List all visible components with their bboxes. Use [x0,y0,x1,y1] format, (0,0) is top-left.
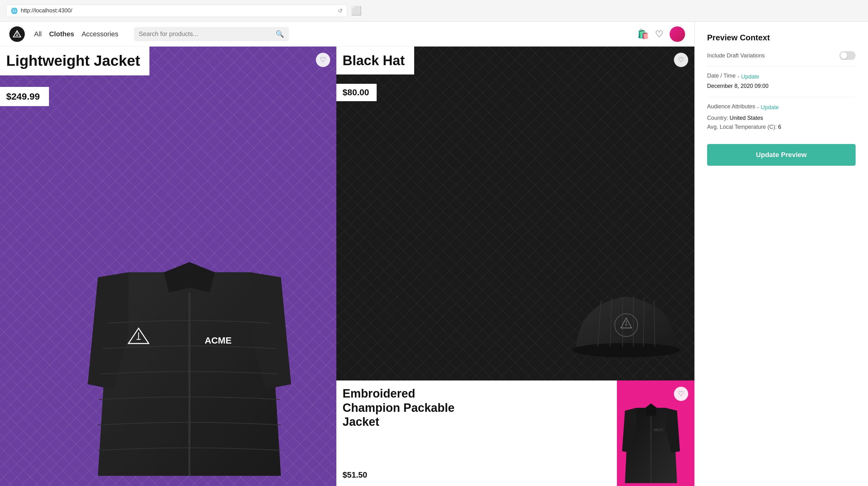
device-icon[interactable]: ⬜ [351,6,362,16]
search-icon[interactable]: 🔍 [276,30,284,38]
hat-wishlist-btn[interactable]: ♡ [674,53,688,67]
champion-jacket-svg: NEXT. [611,399,691,486]
hat-image [567,266,685,377]
draft-toggle[interactable] [839,51,856,60]
heart-icon-champion: ♡ [678,390,684,398]
champion-title: Embroidered Champion Packable Jacket [343,387,455,429]
globe-icon: 🌐 [11,7,18,14]
avatar[interactable] [670,26,685,42]
draft-label: Include Draft Variations [707,53,765,59]
svg-text:ACME: ACME [205,335,231,345]
address-bar[interactable]: 🌐 http://localhost:4300/ ↺ [6,5,347,17]
hat-price: $80.00 [343,87,369,97]
jacket-svg: ACME [84,231,295,486]
browser-chrome: 🌐 http://localhost:4300/ ↺ ⬜ [0,0,868,22]
preview-panel: Preview Context Include Draft Variations… [694,22,868,486]
url-text: http://localhost:4300/ [21,7,335,14]
hat-info: Black Hat [336,47,414,75]
temp-label: Avg. Local Temperature (C): [707,124,777,130]
temp-value: 6 [778,124,781,130]
panel-title: Preview Context [707,33,856,42]
product-right: Black Hat $80.00 ♡ [336,47,694,486]
heart-icon: ♡ [320,56,326,64]
search-bar[interactable]: 🔍 [134,27,289,41]
nav-link-all[interactable]: All [34,30,41,38]
hat-svg [567,275,685,368]
datetime-section: Date / Time - Update December 8, 2020 09… [707,73,856,89]
products-area: Lightweight Jacket $249.99 ♡ [0,47,694,486]
product-hat: Black Hat $80.00 ♡ [336,47,694,380]
datetime-label: Date / Time [707,73,736,79]
jacket-wishlist-btn[interactable]: ♡ [316,53,330,67]
svg-text:NEXT.: NEXT. [654,428,664,432]
cart-icon[interactable]: 🛍️ [638,29,649,39]
audience-update-link[interactable]: Update [761,104,779,111]
logo[interactable] [9,26,25,42]
jacket-price: $249.99 [6,91,40,102]
hat-price-box: $80.00 [336,84,377,101]
jacket-image: ACME [84,231,295,486]
nav-actions: 🛍️ ♡ [638,26,685,42]
datetime-update-link[interactable]: Update [741,74,759,80]
champion-price: $51.50 [343,470,367,480]
champion-price-box: $51.50 [343,470,367,480]
jacket-info: Lightweight Jacket [0,47,149,76]
datetime-value: December 8, 2020 09:00 [707,83,856,89]
nav-link-clothes[interactable]: Clothes [49,30,74,38]
product-jacket: Lightweight Jacket $249.99 ♡ [0,47,336,486]
jacket-title: Lightweight Jacket [6,53,140,69]
refresh-icon[interactable]: ↺ [338,7,343,14]
navbar: All Clothes Accessories 🔍 🛍️ ♡ [0,22,694,47]
country-label: Country: [707,115,728,121]
audience-dash: - [757,104,759,111]
search-input[interactable] [139,30,273,37]
toggle-knob [840,52,847,59]
champion-wishlist-btn[interactable]: ♡ [674,387,688,401]
champion-info: Embroidered Champion Packable Jacket [336,380,461,429]
jacket-price-box: $249.99 [0,87,49,106]
svg-point-9 [572,343,680,357]
main-wrapper: All Clothes Accessories 🔍 🛍️ ♡ Lightweig… [0,22,694,486]
product-champion: Embroidered Champion Packable Jacket $51… [336,380,694,486]
champion-jacket-image: NEXT. [611,399,691,486]
update-preview-btn[interactable]: Update Preview [707,144,856,166]
audience-section: Audience Attributes - Update Country: Un… [707,103,856,130]
heart-icon-hat: ♡ [678,56,684,64]
nav-link-accessories[interactable]: Accessories [82,30,118,38]
draft-row: Include Draft Variations [707,51,856,60]
divider-1 [707,66,856,66]
divider-2 [707,97,856,97]
audience-label: Audience Attributes [707,103,755,110]
datetime-dash: - [738,74,739,80]
nav-links: All Clothes Accessories [34,30,118,38]
wishlist-icon[interactable]: ♡ [655,29,663,39]
country-value: United States [730,115,763,121]
hat-title: Black Hat [343,53,405,68]
